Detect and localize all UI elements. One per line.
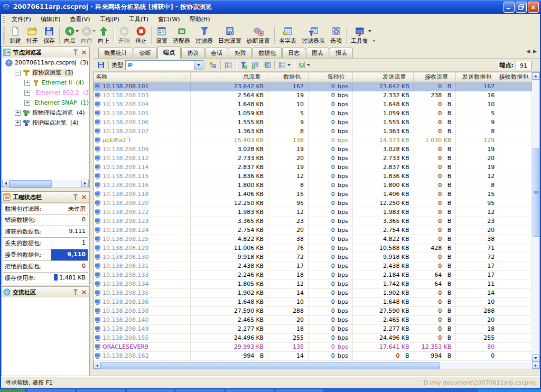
horizontal-scrollbar[interactable] [94,362,539,369]
scrollbar-thumb[interactable] [101,362,440,369]
table-row[interactable]: 10.138.208.1061.555KB90bps1.555KB0B9 [94,118,532,127]
column-header-name[interactable]: 名称△ [94,72,191,82]
toolbar-button-adapter[interactable]: 适配器 [170,25,193,46]
tree-expander-icon[interactable]: + [24,90,30,96]
table-row[interactable]: 10.138.208.162994B140bps0B994B0 [94,352,532,361]
tree-expander-icon[interactable]: + [15,120,21,126]
panel-close-icon[interactable]: × [80,288,88,296]
menu-item[interactable]: 工程(P) [95,14,124,24]
close-button[interactable]: × [528,2,539,13]
tab-5[interactable]: 矩阵 [229,48,252,58]
panel-close-icon[interactable]: × [80,193,88,201]
toolbar-button-filter[interactable]: 过滤器 [193,25,216,46]
node-tree-view-button[interactable] [207,60,219,71]
table-row[interactable]: 10.138.208.1233.365KB230bps3.365KB0B23 [94,217,532,226]
table-row[interactable]: 10.138.208.1041.648KB100bps1.648KB0B10 [94,100,532,109]
tree-item[interactable]: −按协议浏览 (3) [2,68,89,78]
tab-scroll-right-icon[interactable]: ▶ [533,49,537,54]
column-header[interactable]: 接收流量 [414,72,456,82]
tab-6[interactable]: 数据包 [253,48,282,58]
menu-item[interactable]: 工具(T) [124,14,153,24]
table-row[interactable]: 10.138.208.12911.006KB760bps10.588KB428B… [94,244,532,253]
scrollbar-track[interactable] [532,80,539,354]
tab-8[interactable]: 图表 [306,48,329,58]
scroll-left-icon[interactable] [2,180,10,187]
menu-item[interactable]: 帮助(H) [185,14,215,24]
table-row[interactable]: 10.138.208.1402.465KB200bps2.465KB0B20 [94,316,532,325]
combo-dropdown-icon[interactable] [194,61,203,70]
table-row[interactable]: 10.138.208.1122.733KB200bps2.733KB0B20 [94,154,532,163]
column-header[interactable]: 发送数据包 [456,72,499,82]
menu-gripper[interactable] [3,15,5,23]
tree-item[interactable]: +按物理端点浏览 (4) [2,108,89,118]
add-filter-button[interactable] [238,60,249,71]
tab-0[interactable]: 概要统计 [98,48,133,58]
column-settings-button[interactable] [276,60,292,71]
table-row[interactable]: 10.138.208.1151.836KB120bps1.836KB0B12 [94,172,532,181]
tab-1[interactable]: 诊断 [134,48,157,58]
dropdown-arrow-icon[interactable] [368,30,371,32]
menu-item[interactable]: 窗口(W) [153,14,184,24]
toolbar-button-options[interactable]: 选项 [328,25,344,46]
toolbar-gripper[interactable] [3,26,5,44]
table-row[interactable]: 10.138.208.13827.590KB2880bps27.590KB0B2… [94,307,532,316]
scroll-right-icon[interactable] [81,180,89,187]
column-header[interactable]: 数据包 [268,72,309,82]
table-row[interactable]: 10.138.208.1181.406KB150bps1.406KB0B15 [94,190,532,199]
toolbar-button-back[interactable]: 向后 [61,25,78,46]
table-row[interactable]: 10.138.208.1161.800KB80bps1.800KB0B8 [94,181,532,190]
tab-active-2[interactable]: 端点 [157,46,181,59]
tree-item[interactable]: +Ethernet SNAP (1) [2,98,89,108]
toolbar-overflow-icon[interactable]: ▾ [371,25,377,45]
table-row[interactable]: 10.138.208.1351.902KB140bps1.902KB0B14 [94,289,532,298]
tree-item[interactable]: 20070611arp.cscproj (3) [2,58,89,68]
tree-expander-icon[interactable]: − [15,70,21,76]
toolbar-button-save[interactable]: 保存 [41,25,58,46]
dropdown-arrow-icon[interactable] [307,64,310,66]
dropdown-arrow-icon[interactable] [287,64,291,66]
save-view-button[interactable] [95,60,107,71]
windows-taskbar[interactable] [0,389,541,392]
title-bar[interactable]: 20070611arp.cscproj - 科来网络分析系统 [捕获中] - 按… [0,0,541,14]
toolbar-button-toolset[interactable]: 工具集 [348,25,371,46]
toolbar-button-up[interactable]: 向上 [95,25,112,46]
scroll-up-icon[interactable] [532,72,539,80]
toolbar-button-forward[interactable]: 向前 [78,25,95,46]
scrollbar-track[interactable] [52,180,81,187]
tab-scroll-left-icon[interactable]: ◀ [526,49,530,54]
tab-4[interactable]: 会话 [205,48,228,58]
tree-expander-icon[interactable]: + [24,80,30,86]
table-row[interactable]: 10.138.208.1221.983KB120bps1.983KB0B12 [94,208,532,217]
table-row[interactable]: 10.138.208.1361.648KB100bps1.648KB0B10 [94,298,532,307]
toolbar-button-new-document[interactable]: 新建 [7,25,24,46]
table-row[interactable]: 10.138.208.1142.837KB190bps2.837KB0B19 [94,163,532,172]
table-row[interactable]: 10.138.208.1492.277KB180bps2.277KB0B18 [94,325,532,334]
toolbar-button-open-folder[interactable]: 打开 [24,25,41,46]
table-row[interactable]: 10.138.208.1312.438KB170bps2.438KB0B17 [94,262,532,271]
scrollbar-thumb[interactable] [10,180,52,188]
table-row[interactable]: 10.138.208.10123.642KB1670bps23.642KB0B1… [94,82,532,91]
menu-item[interactable]: 查看(V) [65,14,95,24]
table-row[interactable]: µç£Æa2´Í15.403KB1380bps14.373KB1.030KB12… [94,136,532,145]
refresh-button[interactable] [296,60,312,71]
column-header[interactable]: 总流量 [191,72,269,82]
panel-close-icon[interactable]: × [80,49,88,56]
tab-9[interactable]: 报表 [330,48,353,58]
add-to-name-table-button[interactable] [249,60,261,71]
tab-7[interactable]: 日志 [282,48,305,58]
menu-item[interactable]: 文件(F) [7,14,36,24]
toolbar-button-log-settings[interactable]: 日志设置 [216,25,244,46]
table-row[interactable]: ORACLESEVER929.993KB1350bps17.641KB12.35… [94,343,532,352]
toolbar-button-filter-table[interactable]: 过滤器表 [299,25,328,46]
table-row[interactable]: 10.138.208.1032.564KB190bps2.332KB238B16 [94,91,532,100]
tree-expander-icon[interactable]: + [15,110,21,116]
restore-button[interactable] [516,2,527,13]
detail-view-button[interactable] [222,60,234,71]
table-row[interactable]: 10.138.208.1242.754KB200bps2.754KB0B20 [94,226,532,235]
tree-horizontal-scrollbar[interactable] [2,180,89,187]
scroll-right-icon[interactable] [532,362,539,369]
toolbar-button-settings[interactable]: 设置 [153,25,170,46]
table-row[interactable]: 10.138.208.1254.822KB380bps4.822KB0B38 [94,235,532,244]
table-row[interactable]: 10.138.208.1341.805KB120bps1.742KB64B11 [94,280,532,289]
table-row[interactable]: 10.138.208.1332.246KB180bps2.184KB64B17 [94,271,532,280]
